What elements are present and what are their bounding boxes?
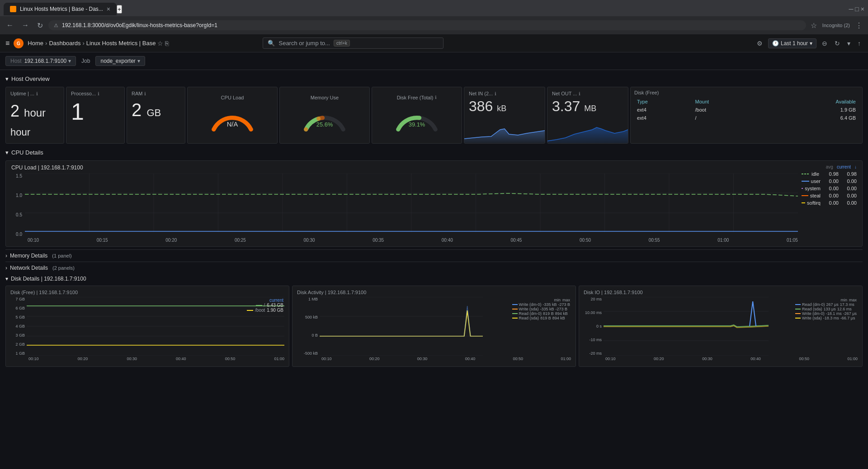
y-label-1: 1.0 [16,193,22,198]
refresh-button[interactable]: ↻ [833,38,842,49]
share-icon[interactable]: ⎘ [165,40,169,47]
nav-current[interactable]: Linux Hosts Metrics | Base [86,40,156,47]
cpu-chart-svg [25,174,798,232]
info-icon[interactable]: ℹ [495,91,496,96]
disk-io-svg-area: min max Read (dm-0) 267 μs 17.3 ms [604,297,858,356]
x-label-7: 00:45 [510,238,522,243]
memory-details-section[interactable]: › Memory Details (1 panel) [5,249,863,261]
disk-free-chart-area: 7 GB 6 GB 5 GB 4 GB 3 GB 2 GB 1 GB [10,297,284,356]
job-filter[interactable]: Job [80,56,92,66]
disk-io-x-axis: 00:10 00:20 00:30 00:40 00:50 01:00 [584,356,858,361]
x-label-9: 00:55 [649,238,660,243]
profile-button[interactable]: Incognito (2) [821,19,852,32]
x-label-8: 00:50 [580,238,591,243]
time-range-picker[interactable]: 🕐 Last 1 hour ▾ [768,38,816,48]
disk-free-legend-root: / 6.43 GB [247,303,283,308]
network-details-section[interactable]: › Network Details (2 panels) [5,262,863,273]
dio-line-1-icon [795,304,801,305]
disk-panels: Disk (Free) | 192.168.1.7:9100 7 GB 6 GB… [5,286,863,367]
boot-line-icon [247,310,253,311]
net-in-panel: Net IN (2... ℹ 386 kB [464,87,545,144]
hamburger-menu[interactable]: ≡ [5,39,9,47]
time-range-label: Last 1 hour [781,40,808,47]
disk-free-y-axis: 7 GB 6 GB 5 GB 4 GB 3 GB 2 GB 1 GB [10,297,27,356]
info-icon[interactable]: ℹ [98,91,99,96]
add-tab-button[interactable]: + [117,5,122,14]
minimize-button[interactable]: ─ [849,5,853,13]
net-out-panel: Net OUT ... ℹ 3.37 MB [547,87,628,144]
legend-idle[interactable]: idle 0.98 0.98 [802,170,857,178]
da-legend-4: Read (sda) 819 B 894 kB [512,316,570,320]
browser-chrome: Linux Hosts Metrics | Base - Das... × + … [0,0,868,34]
url-bar[interactable]: ⚠ 192.168.1.8:3000/d/ov0oEgdik/linux-hos… [48,20,806,30]
memory-panel-count: (1 panel) [52,253,71,258]
settings-button[interactable]: ⚙ [755,38,764,49]
disk-free-legend-header: current [247,298,283,303]
net-out-title: Net OUT ... ℹ [552,91,623,96]
y-label-2: 0.5 [16,212,22,217]
close-tab-button[interactable]: × [107,5,110,13]
da-legend-1: Write (dm-0) -335 kB -273 B [512,302,570,307]
collapse-all-button[interactable]: ↑ [856,38,863,49]
disk-mount-header: Mount [693,98,763,105]
chevron-down-icon: ▾ [5,149,9,156]
info-icon[interactable]: ℹ [579,91,580,96]
y-axis: 1.5 1.0 0.5 0.0 [11,174,25,237]
cpu-load-title: CPU Load [221,95,244,100]
info-icon[interactable]: ℹ [435,95,437,100]
legend-user[interactable]: user 0.00 0.00 [802,178,857,185]
disk-free-table-panel: Disk (Free) Type Mount Available ext4 /b… [630,87,863,144]
x-label-3: 00:25 [235,238,246,243]
cpu-legend: avg current ↓ idle 0.98 0.98 user 0.00 0… [798,164,857,243]
dio-line-4-icon [795,317,801,319]
x-label-10: 01:00 [717,238,729,243]
disk-row-boot: ext4 /boot 1.9 GB [635,106,858,113]
active-tab[interactable]: Linux Hosts Metrics | Base - Das... × [4,3,117,15]
disk-type-header: Type [635,98,693,105]
bookmark-button[interactable]: ☆ [809,19,819,32]
search-icon: 🔍 [268,40,275,47]
info-icon[interactable]: ℹ [144,91,146,96]
net-in-chart [464,121,545,143]
extensions-button[interactable]: ⋮ [854,19,864,32]
search-bar[interactable]: 🔍 Search or jump to... ctrl+k [263,38,443,49]
cpu-load-chart-panel: CPU Load | 192.168.1.7:9100 1.5 1.0 0.5 … [5,160,863,247]
disk-io-svg [604,297,769,356]
nav-dashboards[interactable]: Dashboards [49,40,80,47]
filter-bar: Host 192.168.1.7:9100 ▾ Job node_exporte… [0,52,868,70]
forward-button[interactable]: → [19,19,32,31]
grafana-app: ≡ G Home › Dashboards › Linux Hosts Metr… [0,34,868,469]
back-button[interactable]: ← [4,19,16,31]
legend-system[interactable]: system 0.00 0.00 [802,185,857,192]
zoom-out-button[interactable]: ⊖ [820,38,829,49]
info-icon[interactable]: ℹ [36,91,38,96]
disk-activity-panel: Disk Activity | 192.168.1.7:9100 1 MB 50… [292,286,576,367]
x-axis: 00:10 00:15 00:20 00:25 00:30 00:35 00:4… [11,238,798,243]
star-icon[interactable]: ☆ [157,40,163,47]
x-label-0: 00:10 [28,238,39,243]
maximize-button[interactable]: □ [855,5,859,13]
dashboard: ▾ Host Overview Uptime | ... ℹ 2 hour ho… [0,70,868,469]
job-label: Job [81,58,90,64]
host-filter[interactable]: Host 192.168.1.7:9100 ▾ [5,56,76,66]
refresh-button[interactable]: ↻ [34,19,46,32]
disk-free-chart-panel: Disk (Free) | 192.168.1.7:9100 7 GB 6 GB… [5,286,289,367]
arrow-icon: ↓ [854,164,857,169]
nav-home[interactable]: Home [28,40,43,47]
disk-io-panel: Disk IO | 192.168.1.7:9100 20 ms 10.00 m… [579,286,863,367]
cpu-details-section[interactable]: ▾ CPU Details [5,147,863,158]
refresh-options-button[interactable]: ▾ [845,38,852,49]
legend-steal[interactable]: steal 0.00 0.00 [802,192,857,199]
processors-panel: Processo... ℹ 1 [66,87,125,144]
url-text: 192.168.1.8:3000/d/ov0oEgdik/linux-hosts… [62,22,217,28]
da-line-1-icon [512,304,518,305]
memory-use-panel: Memory Use 25.6% [279,87,370,144]
da-legend-2: Write (sda) -335 kB -273 B [512,307,570,311]
close-button[interactable]: × [861,5,864,13]
disk-activity-legend: min max Write (dm-0) -335 kB -273 B [511,297,571,321]
job-value-filter[interactable]: node_exporter ▾ [95,56,145,66]
legend-softirq[interactable]: softirq 0.00 0.00 [802,199,857,206]
dio-legend-3: Write (dm-0) -18.1 ms -267 μs [795,311,857,316]
host-overview-section[interactable]: ▾ Host Overview [5,74,863,84]
disk-details-section[interactable]: ▾ Disk Details | 192.168.1.7:9100 [5,274,863,284]
